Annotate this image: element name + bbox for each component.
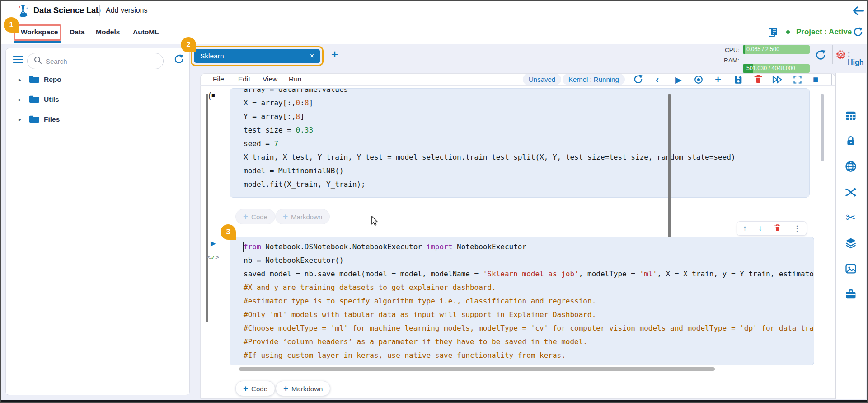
right-icon-rail: ✂ [835, 73, 866, 399]
kernel-refresh-icon[interactable] [633, 74, 643, 86]
caret-right-icon[interactable]: ▸ [19, 76, 24, 83]
delete-cell-trash-icon[interactable] [753, 74, 763, 86]
hamburger-menu-icon[interactable] [13, 56, 23, 63]
chevron-left-icon[interactable]: ‹ [656, 75, 659, 85]
plus-icon: + [283, 212, 288, 222]
annotation-badge-3: 3 [221, 224, 236, 240]
add-versions-link[interactable]: Add versions [106, 6, 148, 14]
notebook-tab-sklearn[interactable]: Sklearn × [194, 49, 320, 63]
folder-label: Repo [44, 76, 61, 84]
nav-bar: Workspace Data Models AutoML Project : A… [1, 21, 867, 43]
priority-label: : High [848, 50, 867, 66]
caret-right-icon[interactable]: ▸ [19, 116, 24, 123]
fullscreen-icon[interactable] [793, 75, 802, 86]
new-tab-button[interactable]: + [331, 49, 338, 59]
menu-run[interactable]: Run [289, 75, 301, 83]
folder-label: Utils [44, 95, 59, 104]
ram-meter: 501.030 / 4048.000 [743, 64, 810, 73]
project-refresh-icon[interactable] [852, 27, 863, 39]
project-files-icon[interactable] [768, 27, 779, 39]
menu-file[interactable]: File [213, 75, 224, 83]
menu-edit[interactable]: Edit [238, 75, 250, 83]
sidebar-item-utils[interactable]: ▸ Utils [19, 93, 181, 106]
move-cell-down-icon[interactable]: ↓ [758, 224, 762, 233]
cell-success-indicator: <✓> [207, 253, 219, 261]
stop-kernel-icon[interactable]: ■ [813, 75, 818, 84]
sidebar-refresh-icon[interactable] [173, 54, 184, 66]
panel-scrollbar-thumb[interactable] [821, 94, 824, 161]
cpu-label: CPU: [725, 47, 739, 53]
add-code-label: Code [251, 213, 267, 221]
add-code-button[interactable]: + Code [235, 381, 275, 396]
delete-cell-icon[interactable] [774, 224, 781, 233]
add-cell-icon[interactable]: + [715, 74, 721, 85]
ram-label: RAM: [724, 57, 739, 64]
add-markdown-button[interactable]: + Markdown [276, 381, 330, 396]
run-cell-play-icon[interactable]: ▶ [211, 239, 216, 247]
ram-value: 501.030 / 4048.000 [746, 65, 795, 71]
scissors-icon[interactable]: ✂ [841, 208, 861, 228]
image-icon[interactable] [841, 259, 861, 279]
search-box [27, 53, 164, 69]
code-cell-1-content: array = dataframe.valuesX = array[:,0:8]… [230, 88, 809, 191]
shuffle-icon[interactable] [841, 182, 861, 202]
nav-tab-automl[interactable]: AutoML [133, 28, 159, 36]
move-cell-up-icon[interactable]: ↑ [743, 224, 747, 233]
code-cell-2-content: from Notebook.DSNotebook.NotebookExecuto… [230, 237, 814, 362]
folder-icon [28, 74, 39, 85]
more-options-icon[interactable]: ⋮ [793, 224, 801, 233]
bottom-edge-bar [1, 400, 867, 403]
close-icon[interactable]: × [310, 52, 314, 60]
settings-target-icon[interactable] [694, 75, 704, 86]
add-markdown-label: Markdown [291, 385, 323, 393]
menu-view[interactable]: View [263, 75, 277, 83]
kernel-status-badge: Kernel : Running [563, 74, 625, 85]
briefcase-icon[interactable] [841, 284, 861, 304]
run-all-icon[interactable] [772, 75, 784, 86]
plus-icon: + [283, 384, 288, 394]
search-input[interactable] [46, 57, 145, 65]
active-tab-underline [14, 41, 61, 43]
unsaved-status-badge: Unsaved [523, 74, 561, 85]
folder-icon [28, 94, 39, 105]
nav-tab-models[interactable]: Models [96, 28, 120, 36]
nav-tab-workspace[interactable]: Workspace [21, 28, 58, 36]
chip-icon [836, 50, 846, 62]
lock-icon[interactable] [841, 131, 861, 151]
add-code-button-faded[interactable]: + Code [235, 209, 275, 224]
add-markdown-label: Markdown [291, 213, 322, 221]
cell-horizontal-scrollbar[interactable] [239, 367, 715, 371]
cpu-value: 0.065 / 2.500 [746, 46, 779, 52]
app-window: Data Science Lab Add versions Workspace … [0, 0, 868, 403]
folder-icon [28, 114, 39, 125]
save-icon[interactable] [733, 75, 743, 86]
plus-icon: + [243, 212, 248, 222]
nav-tab-data[interactable]: Data [70, 28, 85, 36]
run-cell-icon[interactable]: ▶ [675, 76, 682, 84]
sidebar-item-files[interactable]: ▸ Files [19, 113, 181, 126]
toolbar-divider [649, 74, 649, 85]
file-browser-panel: ▸ Repo ▸ Utils ▸ Files [5, 48, 190, 395]
layers-icon[interactable] [841, 233, 861, 253]
caret-right-icon[interactable]: ▸ [19, 96, 24, 103]
add-code-label: Code [251, 385, 267, 393]
globe-icon[interactable] [841, 156, 861, 176]
resources-divider [832, 45, 833, 64]
mouse-cursor [371, 216, 379, 228]
annotation-badge-1: 1 [4, 17, 19, 33]
code-cell-2[interactable]: from Notebook.DSNotebook.NotebookExecuto… [230, 237, 814, 365]
cpu-meter: 0.065 / 2.500 [743, 45, 810, 54]
back-arrow-icon[interactable] [852, 5, 865, 19]
annotation-badge-2: 2 [181, 37, 196, 52]
cell-drag-handle[interactable] [206, 94, 208, 322]
data-grid-icon[interactable] [841, 106, 861, 126]
resources-refresh-icon[interactable] [814, 49, 826, 63]
code-cell-1[interactable]: array = dataframe.valuesX = array[:,0:8]… [230, 88, 810, 198]
header-divider [99, 5, 100, 16]
add-markdown-button-faded[interactable]: + Markdown [275, 209, 330, 224]
text-caret [243, 242, 244, 252]
project-status-label: Project : Active [796, 28, 852, 37]
sidebar-item-repo[interactable]: ▸ Repo [19, 73, 181, 86]
folder-label: Files [44, 115, 60, 123]
app-title: Data Science Lab [33, 6, 101, 15]
